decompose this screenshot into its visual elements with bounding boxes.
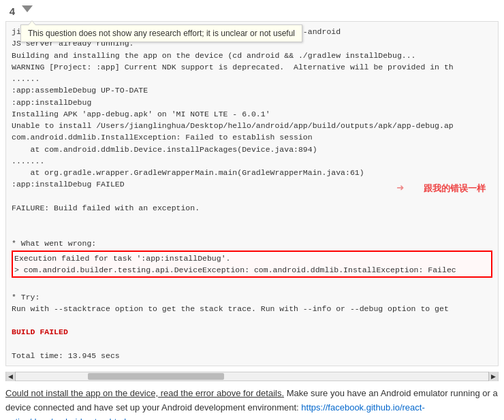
- code-line-4: WARNING [Project: :app] Current NDK supp…: [12, 61, 492, 73]
- code-line-9: Unable to install /Users/jianglinghua/De…: [12, 120, 492, 131]
- code-line-12: .......: [12, 155, 492, 167]
- description-section: Could not install the app on the device,…: [0, 381, 504, 420]
- scroll-left-button[interactable]: ◀: [6, 372, 16, 381]
- code-line-14: :app:installDebug FAILED: [12, 178, 492, 190]
- annotation-arrow-icon: ➜: [396, 180, 404, 198]
- code-line-15: [12, 191, 492, 202]
- code-line-18: * What went wrong:: [12, 238, 492, 249]
- code-line-13: at org.gradle.wrapper.GradleWrapperMain.…: [12, 167, 492, 178]
- code-total-time: Total time: 13.945 secs: [12, 350, 492, 361]
- code-line-25: [12, 338, 492, 350]
- vote-arrows: [22, 4, 33, 12]
- vote-count: 4: [5, 5, 19, 17]
- code-line-22: * Try:: [12, 291, 492, 303]
- code-line-3: Building and installing the app on the d…: [12, 50, 492, 61]
- annotation-text: 跟我的错误一样: [424, 182, 486, 195]
- code-execution-failed: Execution failed for task ':app:installD…: [14, 253, 490, 264]
- description-text-main: Could not install the app on the device,…: [5, 388, 284, 398]
- code-line-6: :app:assembleDebug UP-TO-DATE: [12, 84, 492, 96]
- code-line-16: FAILURE: Build failed with an exception.…: [12, 202, 492, 226]
- code-line-7: :app:installDebug: [12, 97, 492, 108]
- code-line-24: [12, 314, 492, 326]
- execution-failed-block: Execution failed for task ':app:installD…: [12, 251, 492, 278]
- code-line-11: at com.android.ddmlib.Device.installPack…: [12, 144, 492, 155]
- page-wrapper: 4 This question does not show any resear…: [0, 0, 504, 420]
- vote-section: 4 This question does not show any resear…: [0, 0, 504, 21]
- tooltip: This question does not show any research…: [20, 25, 302, 42]
- code-build-failed: BUILD FAILED: [12, 326, 492, 338]
- code-line-5: ......: [12, 73, 492, 84]
- scrollbar-thumb[interactable]: [88, 373, 224, 380]
- code-line-8: Installing APK 'app-debug.apk' on 'MI NO…: [12, 108, 492, 120]
- tooltip-text: This question does not show any research…: [28, 29, 295, 38]
- description-paragraph1: Could not install the app on the device,…: [5, 387, 499, 420]
- code-line-17: [12, 225, 492, 237]
- horizontal-scrollbar[interactable]: ◀ ▶: [5, 372, 499, 381]
- code-line-21: [12, 279, 492, 291]
- downvote-arrow-icon[interactable]: [22, 5, 33, 12]
- code-block: jianglinghuadeMacBook-Pro:hello jianglin…: [5, 21, 499, 366]
- code-device-exception: > com.android.builder.testing.api.Device…: [14, 264, 490, 276]
- scroll-right-button[interactable]: ▶: [488, 372, 498, 381]
- code-line-10: com.android.ddmlib.InstallException: Fai…: [12, 131, 492, 143]
- code-line-23: Run with --stacktrace option to get the …: [12, 303, 492, 314]
